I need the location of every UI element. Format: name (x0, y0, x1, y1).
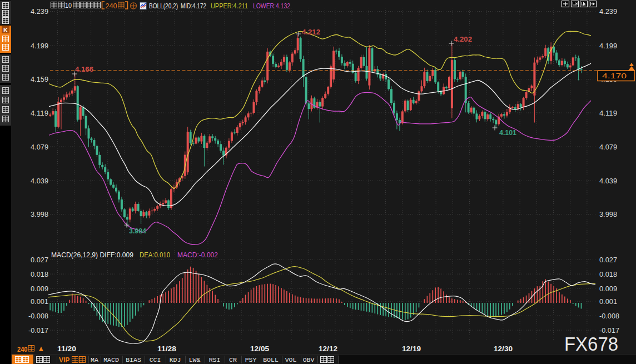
svg-text:0.018: 0.018 (31, 270, 48, 278)
svg-text:4.159: 4.159 (31, 75, 48, 83)
svg-text:UPPER:4.211: UPPER:4.211 (211, 2, 248, 10)
svg-text:0.027: 0.027 (599, 256, 617, 264)
svg-text:4.101: 4.101 (499, 129, 516, 137)
svg-text:0.001: 0.001 (599, 297, 617, 306)
svg-text:4.119: 4.119 (31, 109, 48, 117)
svg-text:12/19: 12/19 (402, 345, 421, 353)
svg-text:12/30: 12/30 (494, 345, 513, 353)
svg-text:240: 240 (106, 2, 117, 10)
svg-text:11/28: 11/28 (157, 345, 176, 353)
svg-text:K: K (3, 27, 8, 33)
svg-text:LOWER:4.132: LOWER:4.132 (253, 2, 290, 10)
svg-text:0.009: 0.009 (31, 285, 48, 293)
svg-text:4.202: 4.202 (454, 36, 472, 43)
svg-text:-0.017: -0.017 (28, 326, 48, 335)
svg-text:3.998: 3.998 (31, 210, 48, 218)
svg-text:MACD:-0.002: MACD:-0.002 (177, 251, 218, 259)
svg-text:VIP: VIP (59, 356, 69, 364)
svg-text:12/12: 12/12 (319, 345, 337, 353)
svg-text:MACD(26,12,9) DIFF:0.009: MACD(26,12,9) DIFF:0.009 (51, 251, 133, 259)
svg-text:3.984: 3.984 (129, 227, 146, 235)
svg-text:0.001: 0.001 (31, 297, 48, 306)
svg-text:10: 10 (65, 1, 72, 9)
svg-text:4.170: 4.170 (602, 72, 627, 80)
svg-text:4.039: 4.039 (31, 177, 48, 185)
svg-text:12/05: 12/05 (250, 345, 269, 353)
svg-text:-0.008: -0.008 (599, 312, 619, 320)
svg-text:0.018: 0.018 (599, 270, 617, 278)
svg-text:4.166: 4.166 (75, 66, 93, 73)
svg-text:4.212: 4.212 (302, 28, 320, 36)
svg-text:4.199: 4.199 (31, 42, 48, 50)
svg-text:-0.008: -0.008 (28, 312, 48, 320)
svg-text:4.079: 4.079 (599, 143, 617, 151)
svg-text:240: 240 (17, 345, 28, 353)
svg-text:4.239: 4.239 (31, 7, 48, 16)
svg-text:11/20: 11/20 (57, 345, 76, 353)
svg-text:FX678: FX678 (564, 333, 618, 355)
svg-text:4.239: 4.239 (599, 7, 617, 16)
svg-text:4.199: 4.199 (599, 42, 617, 50)
svg-text:DEA:0.010: DEA:0.010 (140, 251, 170, 259)
svg-text:3.998: 3.998 (599, 210, 617, 218)
svg-text:4.039: 4.039 (599, 177, 617, 185)
svg-text:BOLL(20,2): BOLL(20,2) (149, 2, 178, 10)
svg-text:0.009: 0.009 (599, 285, 617, 293)
svg-text:0.027: 0.027 (31, 256, 48, 264)
svg-text:4.079: 4.079 (31, 143, 48, 151)
svg-text:4.119: 4.119 (599, 109, 617, 117)
svg-text:MID:4.172: MID:4.172 (181, 2, 206, 10)
